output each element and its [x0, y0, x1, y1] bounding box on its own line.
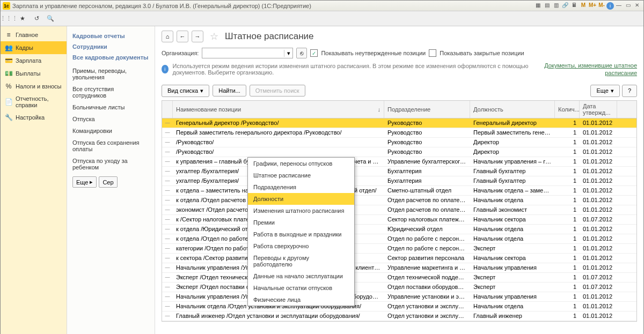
home-icon[interactable]: ⌂: [162, 31, 173, 42]
table-row[interactable]: —к отдела /Отдел расчетов по оплате труд…: [162, 196, 636, 205]
nav-item[interactable]: 📄Отчетность, справки: [1, 93, 67, 111]
cell-qty: 1: [555, 273, 580, 281]
grid-body[interactable]: —Генеральный директор /Руководство/Руков…: [162, 118, 636, 321]
menu-item[interactable]: Графики, переносы отпусков: [248, 158, 354, 169]
cell-dep: Управление маркетинга и обслужи...: [384, 263, 470, 272]
table-row[interactable]: —Начальник управления /Управление маркет…: [162, 263, 636, 273]
table-row[interactable]: —Начальник управления /Управление устано…: [162, 292, 636, 302]
more-actions-button[interactable]: Еще▾: [590, 85, 619, 97]
org-combo[interactable]: ▾: [202, 48, 293, 58]
search-icon[interactable]: 🔍: [46, 14, 55, 24]
menu-item[interactable]: Данные на начало эксплуатации: [248, 270, 354, 282]
cell-qty: 1: [555, 244, 580, 253]
table-row[interactable]: —ухгалтер /Бухгалтерия/БухгалтерияГлавны…: [162, 167, 636, 176]
table-row[interactable]: —ухгалтер /Бухгалтерия/БухгалтерияГлавны…: [162, 176, 636, 186]
data-grid: Наименование позиции↓ Подразделение Долж…: [162, 100, 637, 322]
tb-mplus-icon[interactable]: M+: [588, 2, 597, 10]
subnav-link[interactable]: Все отсутствия сотрудников: [72, 83, 149, 101]
menu-item[interactable]: Работа сверхурочно: [248, 240, 354, 252]
table-row[interactable]: —Первый заместитель генерального директо…: [162, 128, 636, 138]
table-row[interactable]: —экономист /Отдел расчетов по оплате тру…: [162, 205, 636, 215]
history-icon[interactable]: ↺: [32, 14, 41, 24]
table-row[interactable]: —к отдела /Отдел по работе с персоналом/…: [162, 234, 636, 244]
col-icon[interactable]: [162, 101, 173, 118]
apps-icon[interactable]: ⋮⋮⋮: [4, 14, 13, 24]
menu-item[interactable]: Изменения штатного расписания: [248, 205, 354, 217]
subnav-link[interactable]: Приемы, переводы, увольнения: [72, 65, 149, 83]
more-button[interactable]: Еще▸: [72, 176, 97, 188]
chevron-down-icon[interactable]: ▾: [284, 50, 292, 57]
star-icon[interactable]: ★: [18, 14, 27, 24]
tb-mminus-icon[interactable]: M-: [597, 2, 606, 10]
back-icon[interactable]: ←: [177, 31, 188, 42]
table-row[interactable]: —к отдела – заместитель начальника управ…: [162, 186, 636, 196]
table-row[interactable]: —к отдела /Юридический отдел/Юридический…: [162, 225, 636, 234]
menu-item[interactable]: Работа в выходные и праздники: [248, 228, 354, 240]
cell-qty: 1: [555, 147, 580, 156]
col-name[interactable]: Наименование позиции↓: [173, 101, 384, 118]
row-icon: —: [162, 206, 173, 213]
subnav-link[interactable]: Отпуска: [72, 113, 149, 125]
tb-link-icon[interactable]: 🔗: [561, 2, 569, 10]
close-icon[interactable]: ✕: [633, 2, 641, 10]
col-dep[interactable]: Подразделение: [384, 101, 470, 118]
tb-grid-icon[interactable]: ▦: [533, 2, 542, 10]
tb-sheet-icon[interactable]: ▥: [552, 2, 560, 10]
table-row[interactable]: —Эксперт /Отдел технической поддержки и …: [162, 273, 636, 283]
nav-item[interactable]: 💳Зарплата: [1, 54, 67, 67]
subhead[interactable]: Сотрудники: [72, 43, 149, 50]
tb-page-icon[interactable]: ▤: [543, 2, 551, 10]
row-icon: —: [162, 177, 173, 184]
nav-item[interactable]: 👥Кадры: [1, 41, 67, 54]
table-row[interactable]: —/Руководство/РуководствоДиректор101.01.…: [162, 147, 636, 157]
favorite-icon[interactable]: ☆: [210, 31, 218, 42]
menu-item[interactable]: Штатное расписание: [248, 169, 354, 181]
table-row[interactable]: —/Руководство/РуководствоДиректор101.01.…: [162, 138, 636, 147]
table-row[interactable]: —к /Сектор налоговых платежей и расчетов…: [162, 215, 636, 225]
help-button[interactable]: ?: [622, 85, 637, 97]
table-row[interactable]: —к управления – главный бухгалтер /Управ…: [162, 157, 636, 167]
minimize-icon[interactable]: —: [614, 2, 623, 10]
subnav-link[interactable]: Больничные листы: [72, 101, 149, 113]
cell-date: 01.01.2012: [580, 157, 617, 166]
nav-item[interactable]: 🔧Настройка: [1, 111, 67, 124]
documents-link[interactable]: Документы, изменившие штатное расписание: [538, 62, 637, 77]
col-date[interactable]: Дата утвержд...: [580, 101, 617, 118]
link-icon[interactable]: ⎋: [296, 48, 307, 58]
menu-item[interactable]: Физические лица: [248, 294, 354, 306]
table-row[interactable]: —Начальник отдела /Отдел установки и экс…: [162, 302, 636, 311]
table-row[interactable]: —категории /Отдел по работе с персоналом…: [162, 244, 636, 254]
service-button[interactable]: Сер: [99, 176, 117, 188]
maximize-icon[interactable]: ▭: [624, 2, 632, 10]
find-button[interactable]: Найти...: [213, 85, 246, 97]
forward-icon[interactable]: →: [192, 31, 203, 42]
checkbox-unverified[interactable]: ✓: [310, 49, 318, 57]
menu-item[interactable]: Премии: [248, 217, 354, 228]
subnav-link[interactable]: Отпуска по уходу за ребенком: [72, 155, 149, 173]
view-button[interactable]: Вид списка▾: [162, 85, 209, 97]
tb-calc-icon[interactable]: 🖩: [570, 2, 579, 10]
menu-item[interactable]: Должности: [248, 193, 354, 205]
nav-item[interactable]: %Налоги и взносы: [1, 80, 67, 93]
table-row[interactable]: —Генеральный директор /Руководство/Руков…: [162, 118, 636, 128]
app-window: 1c Зарплата и управление персоналом, ред…: [0, 0, 644, 334]
checkbox-closed[interactable]: [429, 49, 436, 57]
cell-date: 01.07.2012: [580, 273, 617, 281]
cell-dep: Бухгалтерия: [384, 167, 470, 175]
menu-item[interactable]: Подразделения: [248, 181, 354, 193]
subhead[interactable]: Все кадровые документы: [72, 54, 149, 61]
nav-item[interactable]: 💵Выплаты: [1, 67, 67, 80]
col-pos[interactable]: Должность: [470, 101, 555, 118]
col-qty[interactable]: Колич...: [555, 101, 580, 118]
menu-item[interactable]: Переводы к другому работодателю: [248, 252, 354, 270]
subnav-link[interactable]: Отпуска без сохранения оплаты: [72, 137, 149, 155]
tb-m-icon[interactable]: M: [579, 2, 588, 10]
subhead[interactable]: Кадровые отчеты: [72, 33, 149, 39]
subnav-link[interactable]: Командировки: [72, 125, 149, 137]
menu-item[interactable]: Начальные остатки отпусков: [248, 282, 354, 294]
nav-item[interactable]: ≡Главное: [1, 28, 67, 41]
table-row[interactable]: —Главный инженер /Отдел установки и эксп…: [162, 311, 636, 321]
table-row[interactable]: —Эксперт /Отдел поставки оборудования/От…: [162, 283, 636, 292]
info-icon[interactable]: i: [606, 2, 614, 10]
table-row[interactable]: —к сектора /Сектор развития персонала/Се…: [162, 254, 636, 263]
